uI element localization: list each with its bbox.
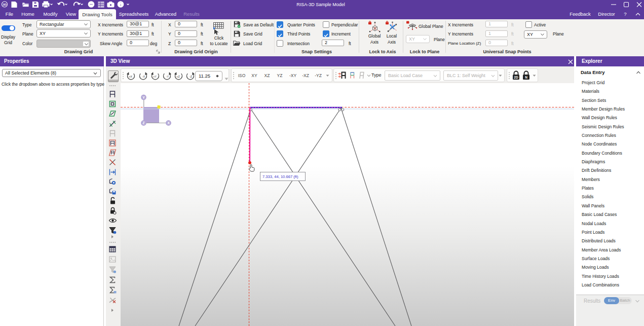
svg-text:X: X — [167, 121, 170, 125]
svg-text:N: N — [525, 76, 527, 79]
svg-text:+Y: +Y — [153, 75, 157, 78]
svg-text:-X: -X — [142, 75, 145, 78]
svg-text:7.333, 44, 10.667 (ft): 7.333, 44, 10.667 (ft) — [262, 174, 298, 179]
svg-text:+Z: +Z — [176, 75, 180, 78]
svg-text:2D: 2D — [514, 76, 518, 79]
svg-text:Z: Z — [142, 121, 145, 125]
svg-text:3D: 3D — [3, 3, 7, 6]
svg-text:↓: ↓ — [115, 232, 116, 234]
svg-text:+X: +X — [129, 75, 132, 78]
svg-text:-Y: -Y — [166, 75, 169, 78]
svg-text:Y: Y — [142, 96, 145, 99]
svg-text:-Z: -Z — [190, 75, 193, 78]
